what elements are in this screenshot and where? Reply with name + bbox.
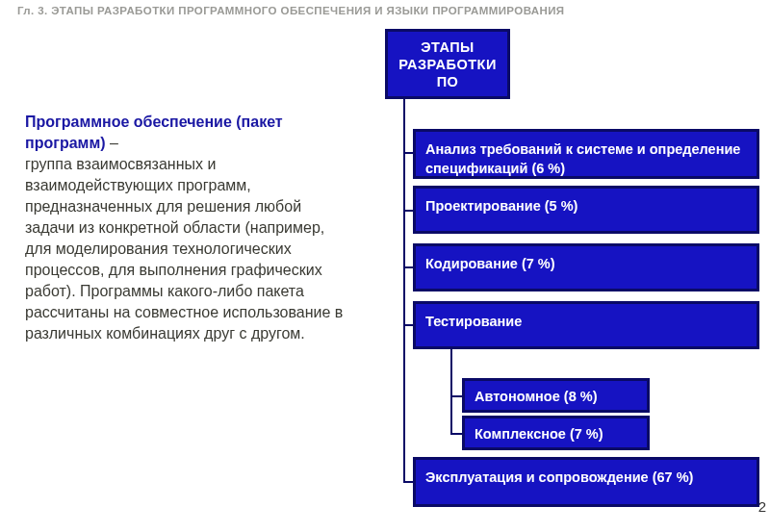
definition-block: Программное обеспечение (пакет программ)…	[25, 112, 352, 344]
root-node: ЭТАПЫ РАЗРАБОТКИ ПО	[385, 29, 510, 99]
definition-dash: –	[106, 135, 118, 151]
connector-vertical-sub	[450, 349, 452, 435]
stage-coding: Кодирование (7 %)	[413, 243, 759, 291]
connector-vertical-main	[403, 99, 405, 482]
definition-term: Программное обеспечение (пакет программ)	[25, 114, 283, 151]
stage-maintenance: Эксплуатация и сопровождение (67 %)	[413, 457, 759, 507]
stage-testing: Тестирование	[413, 301, 759, 349]
stage-design: Проектирование (5 %)	[413, 186, 759, 234]
stage-analysis: Анализ требований к системе и определени…	[413, 129, 759, 179]
stage-testing-complex: Комплексное (7 %)	[462, 416, 650, 450]
stages-diagram: ЭТАПЫ РАЗРАБОТКИ ПО Анализ требований к …	[385, 29, 760, 519]
definition-body: группа взаимосвязанных и взаимодействующ…	[25, 156, 343, 342]
page-number: 2	[758, 498, 766, 515]
chapter-heading: Гл. 3. ЭТАПЫ РАЗРАБОТКИ ПРОГРАММНОГО ОБЕ…	[17, 5, 565, 16]
stage-testing-autonomous: Автономное (8 %)	[462, 378, 650, 413]
